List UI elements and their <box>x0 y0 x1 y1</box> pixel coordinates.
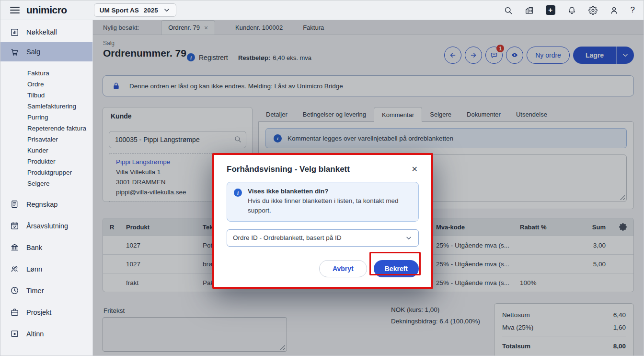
sidebar-item-bank[interactable]: Bank <box>0 237 92 258</box>
sidebar: Nøkkeltall Salg Faktura Ordre Tilbud Sam… <box>0 20 93 356</box>
sales-cart-icon <box>10 47 19 57</box>
app-window: unimicro UM Sport AS 2025 Nøkkeltall Sal… <box>0 0 644 356</box>
sidebar-item-produkter[interactable]: Produkter <box>0 156 92 167</box>
hours-icon <box>10 286 19 295</box>
close-icon[interactable]: ✕ <box>411 165 419 174</box>
cancel-button[interactable]: Avbryt <box>319 260 367 277</box>
topbar: unimicro UM Sport AS 2025 <box>0 0 644 20</box>
search-icon[interactable] <box>504 6 513 15</box>
dialog-actions: Avbryt Bekreft <box>227 260 419 277</box>
chevron-down-icon <box>163 6 171 14</box>
create-icon[interactable] <box>546 5 555 15</box>
help-icon[interactable] <box>631 5 635 15</box>
annotation-box-modal: Forhåndsvisning - Velg blankett ✕ Vises … <box>212 153 433 289</box>
sidebar-item-produktgrupper[interactable]: Produktgrupper <box>0 167 92 178</box>
topbar-icons <box>504 5 635 15</box>
confirm-button[interactable]: Bekreft <box>374 260 419 277</box>
sidebar-item-regnskap[interactable]: Regnskap <box>0 193 92 215</box>
notifications-icon[interactable] <box>567 6 576 15</box>
sidebar-item-samlefakturering[interactable]: Samlefakturering <box>0 101 92 112</box>
company-selector[interactable]: UM Sport AS 2025 <box>94 3 176 17</box>
sidebar-item-timer[interactable]: Timer <box>0 280 92 301</box>
sidebar-item-salg[interactable]: Salg <box>0 42 92 61</box>
sidebar-item-kunder[interactable]: Kunder <box>0 145 92 156</box>
profile-icon[interactable] <box>610 6 619 15</box>
salg-submenu: Faktura Ordre Tilbud Samlefakturering Pu… <box>0 61 92 193</box>
sidebar-item-repeterende-faktura[interactable]: Repeterende faktura <box>0 123 92 134</box>
sidebar-item-faktura[interactable]: Faktura <box>0 68 92 79</box>
info-icon <box>234 189 242 197</box>
payroll-icon <box>10 264 19 273</box>
company-icon[interactable] <box>525 6 534 15</box>
sidebar-item-purring[interactable]: Purring <box>0 112 92 123</box>
accounting-icon <box>10 200 19 209</box>
blankett-select-value: Ordre ID - Ordreblankett, basert på ID <box>233 234 342 241</box>
chevron-down-icon <box>405 234 413 242</box>
key-figures-icon <box>10 28 19 37</box>
sidebar-item-selgere[interactable]: Selgere <box>0 178 92 189</box>
sidebar-item-lonn[interactable]: Lønn <box>0 258 92 280</box>
dialog-title: Forhåndsvisning - Velg blankett <box>227 165 350 174</box>
sidebar-item-altinn[interactable]: Altinn <box>0 323 92 344</box>
settings-icon[interactable] <box>588 6 598 15</box>
bank-icon <box>10 243 19 252</box>
dialog-info-banner: Vises ikke blanketten din? Hvis du ikke … <box>227 182 419 222</box>
company-year: 2025 <box>144 7 158 14</box>
info-banner-title: Vises ikke blanketten din? <box>248 188 412 195</box>
blankett-select[interactable]: Ordre ID - Ordreblankett, basert på ID <box>227 229 419 247</box>
sidebar-item-prisavtaler[interactable]: Prisavtaler <box>0 134 92 145</box>
company-name: UM Sport AS <box>100 7 139 14</box>
sidebar-item-ordre[interactable]: Ordre <box>0 79 92 90</box>
preview-select-blankett-dialog: Forhåndsvisning - Velg blankett ✕ Vises … <box>214 155 431 287</box>
sidebar-item-prosjekt[interactable]: Prosjekt <box>0 301 92 323</box>
info-banner-text: Hvis du ikke finner blanketten i listen,… <box>248 196 412 216</box>
sidebar-item-arsavslutning[interactable]: Årsavslutning <box>0 215 92 237</box>
year-end-icon <box>10 221 19 230</box>
sidebar-item-nokkeltall[interactable]: Nøkkeltall <box>0 22 92 42</box>
project-icon <box>10 308 19 317</box>
menu-icon[interactable] <box>10 7 20 13</box>
dialog-header: Forhåndsvisning - Velg blankett ✕ <box>227 165 419 174</box>
app-logo: unimicro <box>26 4 67 16</box>
sidebar-item-tilbud[interactable]: Tilbud <box>0 90 92 101</box>
altinn-icon <box>10 329 19 338</box>
